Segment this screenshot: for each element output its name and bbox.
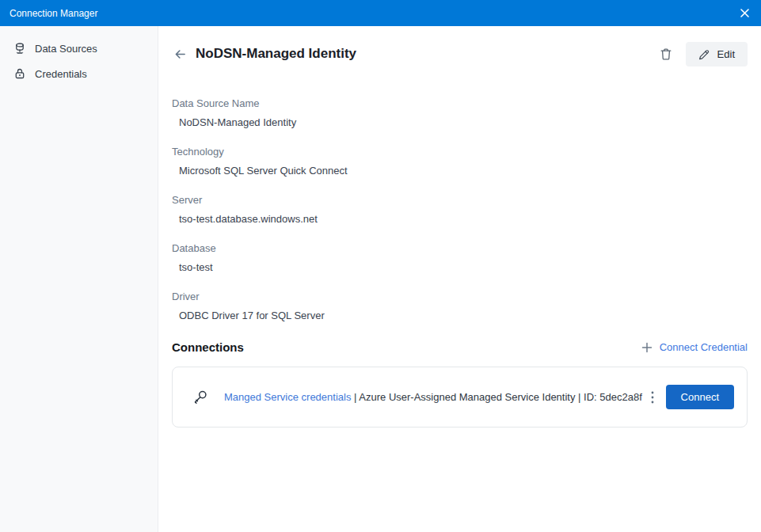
connect-credential-link[interactable]: Connect Credential [641,341,748,353]
connect-button[interactable]: Connect [666,385,734,409]
window-body: Data Sources Credentials [0,26,761,532]
field-label: Data Source Name [172,97,748,109]
edit-button-label: Edit [717,48,735,60]
connect-credential-label: Connect Credential [660,341,748,353]
field-technology: Technology Microsoft SQL Server Quick Co… [172,146,748,177]
field-value: Microsoft SQL Server Quick Connect [179,165,748,177]
sidebar-item-credentials[interactable]: Credentials [0,61,158,86]
connections-heading: Connections [172,340,244,354]
field-value: NoDSN-Managed Identity [179,116,748,128]
field-value: ODBC Driver 17 for SQL Server [179,310,748,321]
main-panel: NoDSN-Managed Identity [158,26,761,532]
kebab-icon [651,391,654,404]
kebab-menu-button[interactable] [649,388,656,407]
field-label: Database [172,242,748,254]
arrow-left-icon [173,48,187,61]
card-actions: Connect [649,385,734,409]
sidebar-item-label: Data Sources [35,43,97,55]
sidebar-item-label: Credentials [35,68,87,80]
page-header: NoDSN-Managed Identity [172,40,748,68]
field-label: Driver [172,291,748,302]
connection-description: Manged Service credentials | Azure User-… [224,390,642,405]
detail-fields: Data Source Name NoDSN-Managed Identity … [172,97,748,321]
field-value: tso-test [179,261,748,273]
delete-button[interactable] [656,44,676,65]
lock-icon [13,67,26,80]
pencil-icon [698,48,710,60]
edit-button[interactable]: Edit [686,42,748,66]
database-icon [13,42,26,55]
sidebar: Data Sources Credentials [0,26,158,532]
credential-detail: | Azure User-Assigned Managed Service Id… [354,391,642,403]
page-title: NoDSN-Managed Identity [196,46,356,62]
back-button[interactable] [172,46,188,63]
trash-icon [659,47,673,62]
connection-card: Manged Service credentials | Azure User-… [172,367,748,428]
field-database: Database tso-test [172,242,748,273]
header-actions: Edit [656,42,748,66]
field-label: Server [172,194,748,206]
sidebar-item-data-sources[interactable]: Data Sources [0,36,158,61]
field-label: Technology [172,146,748,158]
field-value: tso-test.database.windows.net [179,213,748,225]
close-button[interactable] [728,0,761,26]
titlebar: Connection Manager [0,0,761,26]
key-icon [192,389,209,406]
close-icon [740,9,749,17]
field-driver: Driver ODBC Driver 17 for SQL Server [172,291,748,321]
field-data-source-name: Data Source Name NoDSN-Managed Identity [172,97,748,128]
plus-icon [641,342,653,353]
field-server: Server tso-test.database.windows.net [172,194,748,225]
window-title: Connection Manager [10,8,97,19]
connections-header: Connections Connect Credential [172,340,748,354]
connection-manager-window: Connection Manager [0,0,761,532]
credential-link[interactable]: Manged Service credentials [224,391,351,403]
